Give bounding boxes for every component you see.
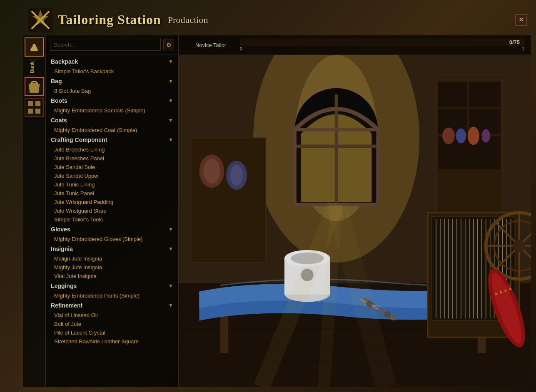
category-header-7[interactable]: Leggings▼ [46, 280, 178, 291]
svg-rect-26 [438, 82, 467, 107]
main-window: Tailoring Station Production ✕ Bank [23, 4, 531, 387]
category-header-2[interactable]: Boots▼ [46, 95, 178, 106]
category-arrow-4: ▼ [168, 137, 173, 143]
scene-svg: ▲▲▲▲ [179, 55, 531, 387]
category-arrow-8: ▼ [168, 303, 173, 308]
xp-fraction: 0/75 [509, 39, 520, 45]
recipe-item-4-2[interactable]: Jute Sandal Sole [46, 163, 178, 171]
recipe-item-6-1[interactable]: Mighty Jute Insignia [46, 263, 178, 272]
recipe-item-4-5[interactable]: Jute Tunic Panel [46, 189, 178, 198]
xp-numbers: 0 1 [240, 46, 524, 51]
svg-rect-35 [191, 138, 266, 263]
recipe-item-3-0[interactable]: Mighty Embroidered Coat (Simple) [46, 126, 178, 134]
category-header-4[interactable]: Crafting Component▼ [46, 134, 178, 145]
recipe-item-2-0[interactable]: Mighty Embroidered Sandals (Simple) [46, 106, 178, 115]
recipe-item-4-3[interactable]: Jute Sandal Upper [46, 171, 178, 180]
category-name-3: Coats [51, 117, 67, 124]
recipe-item-6-0[interactable]: Malign Jute Insignia [46, 254, 178, 263]
svg-rect-27 [469, 82, 501, 107]
tab-production[interactable]: Production [168, 15, 208, 25]
category-arrow-2: ▼ [168, 98, 173, 104]
svg-rect-7 [35, 101, 40, 106]
sidebar-icon-crafting[interactable] [25, 37, 44, 57]
category-arrow-7: ▼ [168, 283, 173, 289]
recipe-item-8-0[interactable]: Vial of Linseed Oil [46, 311, 178, 320]
category-name-7: Leggings [51, 283, 77, 289]
recipe-item-4-0[interactable]: Jute Breeches Lining [46, 145, 178, 154]
svg-rect-42 [220, 311, 228, 353]
window-title: Tailoring Station [58, 12, 161, 27]
svg-point-37 [203, 159, 220, 184]
recipe-panel: ⚙ Backpack▼Simple Tailor's BackpackBag▼8… [46, 35, 179, 387]
svg-point-39 [230, 165, 243, 186]
search-input[interactable] [50, 39, 161, 51]
xp-max: 1 [522, 46, 524, 51]
category-arrow-0: ▼ [168, 59, 173, 65]
category-arrow-3: ▼ [168, 117, 173, 123]
svg-point-31 [442, 128, 455, 144]
game-logo [28, 7, 53, 32]
category-arrow-1: ▼ [168, 78, 173, 84]
title-bar: Tailoring Station Production ✕ [23, 4, 531, 35]
category-header-1[interactable]: Bag▼ [46, 76, 178, 87]
category-header-0[interactable]: Backpack▼ [46, 56, 178, 67]
category-name-4: Crafting Component [51, 136, 107, 143]
category-header-3[interactable]: Coats▼ [46, 115, 178, 126]
close-button[interactable]: ✕ [515, 14, 527, 26]
category-name-6: Insignia [51, 246, 73, 252]
bank-button[interactable]: Bank [28, 59, 36, 75]
svg-point-5 [31, 83, 37, 85]
craft-background: ▲▲▲▲ [179, 55, 531, 387]
recipe-item-8-2[interactable]: Pile of Lucent Crystal [46, 328, 178, 337]
recipe-item-4-1[interactable]: Jute Breeches Panel [46, 154, 178, 163]
recipe-item-4-6[interactable]: Jute Wristguard Padding [46, 198, 178, 206]
category-name-0: Backpack [51, 58, 78, 65]
category-name-1: Bag [51, 78, 62, 84]
svg-point-33 [468, 127, 479, 145]
svg-rect-6 [28, 101, 33, 106]
scene-illustration: ▲▲▲▲ [179, 55, 531, 387]
settings-icon: ⚙ [166, 42, 172, 48]
recipe-item-5-0[interactable]: Mighty Embroidered Gloves (Simple) [46, 235, 178, 243]
category-header-6[interactable]: Insignia▼ [46, 243, 178, 254]
recipe-list: Backpack▼Simple Tailor's BackpackBag▼8 S… [46, 55, 178, 387]
recipe-item-8-1[interactable]: Bolt of Jute [46, 320, 178, 328]
category-name-2: Boots [51, 97, 67, 104]
category-name-5: Gloves [51, 226, 70, 233]
xp-area: Novice Tailor 0/75 0 1 [179, 35, 531, 55]
recipe-item-0-0[interactable]: Simple Tailor's Backpack [46, 67, 178, 76]
svg-rect-9 [35, 109, 40, 114]
recipe-item-4-4[interactable]: Jute Tunic Lining [46, 180, 178, 189]
content-area: Bank [23, 35, 531, 387]
sidebar-icons: Bank [23, 35, 46, 387]
svg-point-34 [482, 129, 490, 143]
settings-button[interactable]: ⚙ [163, 40, 174, 50]
bag-button[interactable] [25, 77, 44, 96]
recipe-item-4-8[interactable]: Simple Tailor's Tools [46, 215, 178, 224]
svg-rect-8 [28, 109, 33, 114]
xp-min: 0 [240, 46, 242, 51]
xp-bar-container: 0/75 0 1 [240, 39, 524, 51]
xp-bar-background: 0/75 [240, 39, 524, 45]
recipe-item-6-2[interactable]: Vital Jute Insignia [46, 272, 178, 280]
grid-button[interactable] [25, 98, 44, 117]
svg-point-32 [456, 129, 466, 144]
svg-point-76 [513, 240, 526, 252]
category-arrow-5: ▼ [168, 226, 173, 232]
search-bar: ⚙ [46, 35, 178, 55]
recipe-item-1-0[interactable]: 8 Slot Jute Bag [46, 87, 178, 95]
recipe-item-4-7[interactable]: Jute Wristguard Strap [46, 206, 178, 215]
recipe-item-7-0[interactable]: Mighty Embroidered Pants (Simple) [46, 291, 178, 300]
recipe-item-8-3[interactable]: Stretched Rawhide Leather Square [46, 337, 178, 346]
crafting-panel: Novice Tailor 0/75 0 1 [179, 35, 531, 387]
category-arrow-6: ▼ [168, 246, 173, 252]
category-header-8[interactable]: Refinement▼ [46, 300, 178, 311]
category-name-8: Refinement [51, 302, 82, 309]
xp-label: Novice Tailor [186, 42, 236, 48]
category-header-5[interactable]: Gloves▼ [46, 224, 178, 235]
svg-rect-4 [33, 44, 35, 46]
